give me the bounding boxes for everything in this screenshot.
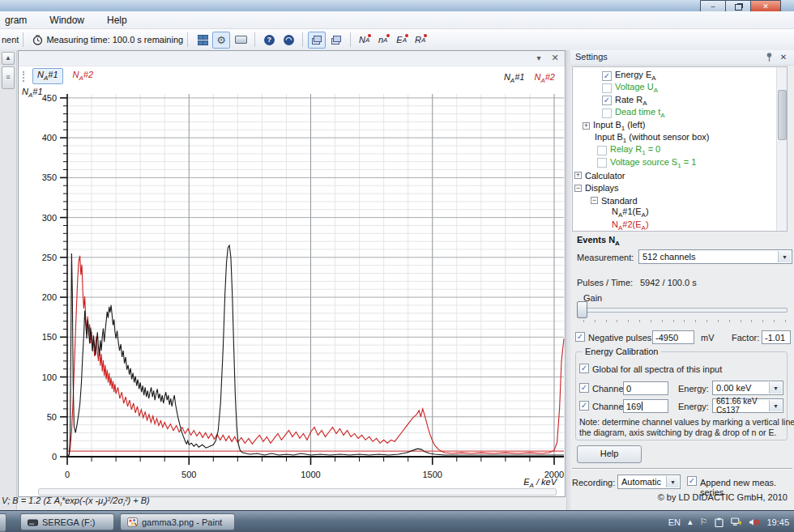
quantity-button-RA[interactable]: RA [412,32,429,48]
cassy-module-button-2[interactable] [327,32,345,49]
tree-expand-icon[interactable]: + [574,172,582,179]
factor-value: -1.01 [765,333,785,343]
factor-input[interactable]: -1.01 [762,330,791,344]
tree-item[interactable]: Voltage source S1 = 1 [573,157,787,169]
measurement-select[interactable]: 512 channels ▼ [638,249,792,264]
diagram-close-button[interactable]: ✕ [549,52,561,64]
network-icon[interactable] [731,517,741,527]
energy1-select[interactable]: 0.00 keV ▼ [712,381,783,395]
channel1-input[interactable]: 0 [623,381,668,395]
gain-slider-thumb[interactable] [577,301,587,318]
tree-checkbox[interactable] [597,146,607,155]
pulses-value: 5942 / 100.0 s [640,278,697,287]
events-section-title: Events NA [577,235,620,247]
module-icon [331,36,341,44]
system-tray: EN ▴ ⚐ 19:45 [668,511,789,532]
gain-slider-track[interactable] [580,308,788,313]
tree-item[interactable]: Voltage UA [573,82,787,94]
energy2-select[interactable]: 661.66 keV Cs137 ▼ [712,398,783,413]
tree-item[interactable]: Relay R1 = 0 [573,144,787,156]
legend-entry-NA2[interactable]: NA#2 [534,72,555,84]
display-button[interactable] [232,32,250,49]
volume-muted-icon[interactable] [749,517,759,527]
scroll-up-icon[interactable]: ▲ [2,52,15,65]
chevron-down-icon: ▼ [769,382,782,394]
tree-expand-icon[interactable]: − [591,197,598,204]
channel1-checkbox[interactable]: ✓ [579,383,589,393]
diagram-plot[interactable]: 0501001502002503003504004500500100015002… [19,88,565,498]
settings-panel: Settings ✕ ✓Energy EAVoltage UA✓Rate RAD… [570,50,794,510]
tab-drag-grip[interactable] [23,71,27,82]
channel2-checkbox[interactable]: ✓ [579,401,589,411]
toolbar-separator [350,32,351,47]
tree-item[interactable]: −Displays [573,182,787,194]
restore-icon [735,4,742,11]
taskbar-button-partial[interactable] [0,513,6,532]
tree-item-label: NA#1(EA) [612,206,649,219]
tree-item[interactable]: +Input B1 (left) [573,120,787,132]
tab-NA1[interactable]: NA#1 [32,68,63,83]
tree-item[interactable]: Input B1 (without sensor box) [573,132,787,144]
tree-checkbox[interactable] [602,109,612,118]
dock-grip[interactable]: ≡ [2,66,15,89]
diagram-menu-button[interactable]: ▾ [532,52,545,64]
layout-grid-button[interactable] [193,32,211,49]
tree-scroll-thumb[interactable] [778,90,787,140]
tree-item[interactable]: ✓Energy EA [573,70,787,82]
calibration-note-line2: the diagram, axis switching by drag & dr… [579,428,776,437]
svg-text:400: 400 [42,133,57,143]
tree-item-label: Dead time tA [615,107,665,119]
menu-item-window[interactable]: Window [47,14,87,27]
tree-expand-icon[interactable]: − [574,185,582,192]
channel2-input[interactable]: 169 [623,399,668,413]
cassy-module-button-1[interactable] [308,32,326,49]
window-titlebar[interactable]: – ✕ [0,0,794,12]
menu-item-diagram[interactable]: gram [2,14,29,27]
help-button-toolbar[interactable]: ? [260,32,278,49]
clipboard-icon[interactable] [715,517,724,527]
settings-close-icon[interactable]: ✕ [778,51,789,63]
language-indicator[interactable]: EN [668,517,681,527]
settings-header: Settings ✕ [570,50,794,66]
clock-icon [32,35,43,45]
tree-item[interactable]: NA#1(EA) [573,206,787,219]
action-center-flag-icon[interactable]: ⚐ [700,517,708,527]
help-button[interactable]: Help [577,445,642,463]
quantity-button-nA[interactable]: nA [374,32,391,48]
negative-pulses-value: -4950 [655,333,678,343]
energy1-value: 0.00 keV [716,383,751,393]
clock-time[interactable]: 19:45 [766,517,789,527]
legend-entry-NA1[interactable]: NA#1 [504,72,525,84]
negative-pulses-checkbox[interactable]: ✓ [575,332,585,342]
pin-icon[interactable] [764,52,775,62]
x-axis-label[interactable]: EA / keV [523,477,557,489]
tree-checkbox[interactable] [597,158,607,168]
diagram-hscrollbar[interactable] [38,488,557,496]
taskbar-button-serega[interactable]: SEREGA (F:) [20,513,114,530]
global-calibration-checkbox[interactable]: ✓ [579,364,589,373]
tree-scrollbar[interactable] [776,67,787,231]
tree-expand-icon[interactable]: + [583,122,590,130]
global-calibration-label: Global for all spectra of this input [592,364,722,374]
tree-checkbox[interactable]: ✓ [602,96,612,105]
tree-checkbox[interactable] [602,83,612,93]
tree-item[interactable]: +Calculator [573,169,787,181]
svg-text:0: 0 [52,452,57,462]
menu-item-help[interactable]: Help [105,14,130,27]
quantity-button-EA[interactable]: EA [393,32,410,48]
settings-gear-button[interactable]: ⚙ [212,32,230,49]
tab-NA2[interactable]: NA#2 [69,69,98,83]
append-checkbox[interactable]: ✓ [687,476,697,486]
tree-item[interactable]: ✓Rate RA [573,95,787,107]
quantity-button-NA[interactable]: NA [356,32,373,48]
info-button[interactable]: ◠ [280,32,297,49]
tree-checkbox[interactable]: ✓ [602,71,612,81]
taskbar-button-paint[interactable]: gamma3.png - Paint [120,513,235,530]
tree-item[interactable]: −Standard [573,194,787,206]
tree-item[interactable]: Dead time tA [573,107,787,119]
tray-expand-icon[interactable]: ▴ [688,517,693,527]
recording-select[interactable]: Automatic ▼ [617,475,681,489]
recording-value: Automatic [621,477,661,487]
negative-pulses-input[interactable]: -4950 [652,330,694,344]
tree-item[interactable]: NA#2(EA) [573,219,787,232]
